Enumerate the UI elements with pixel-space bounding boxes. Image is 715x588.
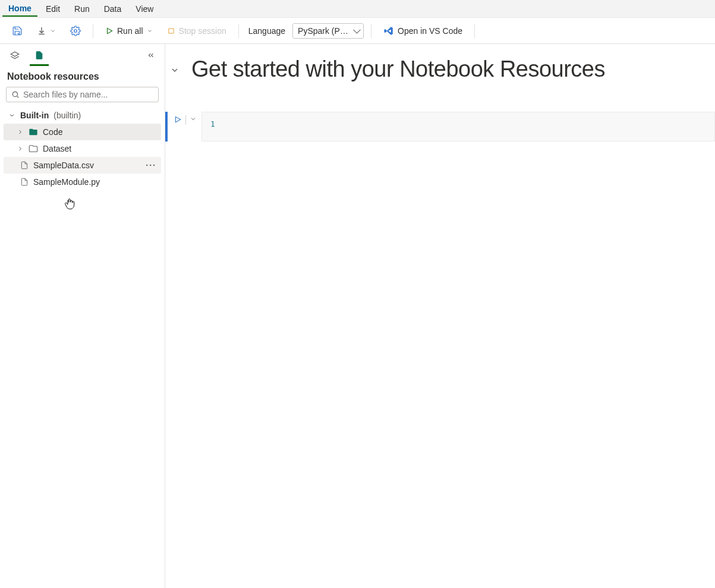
content-header: Get started with your Notebook Resources: [165, 44, 715, 83]
toolbar-separator: [371, 24, 371, 38]
search-wrap: [0, 87, 165, 107]
file-outline-icon: [20, 161, 29, 169]
save-icon: [12, 26, 23, 36]
chevron-down-icon: [147, 28, 153, 34]
menu-bar: Home Edit Run Data View: [0, 0, 715, 18]
main-area: Notebook resources Built-in (builtin): [0, 44, 715, 588]
tree-root-builtin[interactable]: Built-in (builtin): [4, 107, 161, 124]
stop-icon: [167, 27, 175, 35]
file-outline-icon: [20, 178, 29, 186]
tree-folder-dataset[interactable]: Dataset: [4, 140, 161, 157]
search-input[interactable]: [23, 90, 153, 99]
chevron-down-icon: [50, 28, 56, 34]
menu-edit[interactable]: Edit: [40, 2, 66, 16]
more-options-button[interactable]: ···: [146, 161, 156, 170]
tree-folder-label: Dataset: [43, 144, 71, 153]
code-editor[interactable]: 1: [201, 112, 715, 142]
folder-outline-icon: [29, 144, 38, 153]
content-area: Get started with your Notebook Resources…: [165, 44, 715, 588]
left-panel: Notebook resources Built-in (builtin): [0, 44, 165, 588]
search-icon: [11, 90, 20, 99]
file-icon: [34, 50, 44, 61]
menu-view[interactable]: View: [130, 2, 159, 16]
chevron-right-icon: [17, 128, 24, 136]
resources-tab[interactable]: [30, 46, 49, 66]
open-vscode-button[interactable]: Open in VS Code: [379, 23, 467, 39]
save-button[interactable]: [7, 23, 27, 39]
svg-line-4: [17, 96, 19, 98]
code-cell: 1: [165, 112, 715, 142]
vscode-icon: [383, 26, 394, 36]
language-select[interactable]: PySpark (Pytho...: [292, 23, 364, 39]
collapse-toggle[interactable]: [170, 56, 179, 75]
chevron-right-icon: [17, 145, 24, 152]
resource-tree: Built-in (builtin) Code: [0, 107, 165, 588]
collapse-panel-button[interactable]: [142, 49, 160, 64]
stop-session-button[interactable]: Stop session: [162, 23, 231, 39]
svg-point-0: [74, 29, 77, 32]
svg-rect-2: [169, 28, 174, 33]
menu-data[interactable]: Data: [98, 2, 128, 16]
tree-file-label: SampleData.csv: [33, 161, 94, 170]
settings-button[interactable]: [65, 23, 86, 39]
chevrons-left-icon: [147, 51, 155, 59]
toolbar: Run all Stop session Language PySpark (P…: [0, 18, 715, 44]
tree-file-label: SampleModule.py: [33, 177, 100, 187]
menu-run[interactable]: Run: [68, 2, 96, 16]
page-title: Get started with your Notebook Resources: [191, 56, 715, 83]
language-label: Language: [246, 26, 288, 36]
svg-marker-5: [176, 117, 181, 122]
tree-root-label: Built-in: [20, 111, 49, 120]
chevron-down-icon: [8, 112, 15, 119]
tree-file-samplemodule[interactable]: SampleModule.py: [4, 174, 161, 190]
folder-icon: [29, 127, 38, 137]
tree-folder-code[interactable]: Code: [4, 124, 161, 140]
tree-folder-label: Code: [43, 127, 62, 137]
toolbar-separator: [93, 24, 93, 38]
toolbar-separator: [474, 24, 475, 38]
open-vscode-label: Open in VS Code: [398, 26, 462, 36]
cell-action-separator: [185, 115, 186, 125]
cloud-icon: [10, 51, 20, 61]
left-panel-tabs: [0, 44, 165, 68]
lakehouse-tab[interactable]: [5, 47, 25, 65]
svg-point-3: [12, 92, 17, 96]
toolbar-separator: [238, 24, 239, 38]
cell-actions: [168, 112, 201, 142]
run-cell-button[interactable]: [174, 115, 182, 124]
download-icon: [37, 26, 46, 36]
stop-session-label: Stop session: [179, 26, 226, 36]
download-button[interactable]: [32, 23, 61, 39]
tree-file-sampledata[interactable]: SampleData.csv ···: [4, 157, 161, 174]
search-box[interactable]: [6, 87, 159, 102]
run-all-label: Run all: [117, 26, 143, 36]
menu-home[interactable]: Home: [2, 1, 37, 17]
panel-title: Notebook resources: [0, 68, 165, 87]
svg-marker-1: [108, 28, 112, 33]
play-icon: [105, 27, 114, 35]
cell-more-button[interactable]: [190, 115, 197, 122]
line-number: 1: [210, 120, 222, 128]
gear-icon: [70, 26, 81, 36]
tree-root-sub: (builtin): [53, 111, 81, 120]
run-all-button[interactable]: Run all: [100, 23, 158, 39]
